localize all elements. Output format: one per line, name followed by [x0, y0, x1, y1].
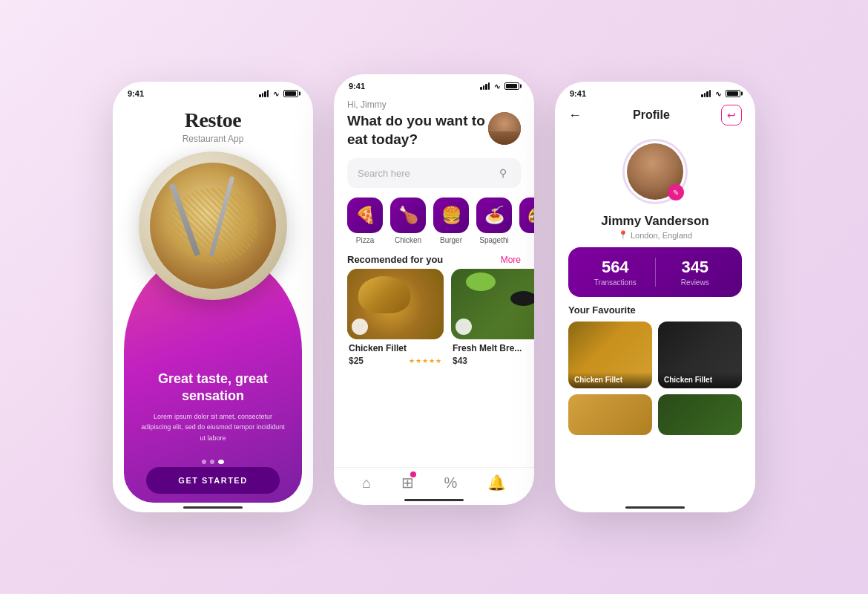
- profile-avatar-section: ✎: [555, 131, 755, 208]
- get-started-button[interactable]: GET STARTED: [146, 467, 280, 494]
- spagethi-label: Spagethi: [479, 236, 508, 244]
- cart-badge: [410, 471, 416, 477]
- phones-container: 9:41 ∿ Restoe Restaurant App: [98, 67, 770, 527]
- food-card-chicken[interactable]: ♡ Chicken Fillet $25 ★★★★★: [347, 269, 444, 366]
- signal-icon-2: [480, 82, 490, 90]
- greeting-row: What do you want to eat today?: [347, 112, 521, 148]
- fav-card-partial-1[interactable]: [568, 394, 652, 435]
- chicken-info: Chicken Fillet $25 ★★★★★: [347, 339, 444, 366]
- pizza-icon-box: 🍕: [347, 198, 383, 233]
- app-title: Restoe: [183, 108, 244, 132]
- category-spagethi[interactable]: 🍝 Spagethi: [476, 198, 512, 244]
- profile-header-bar: ← Profile ↩: [555, 101, 755, 131]
- avatar-face: [488, 112, 521, 145]
- hero-title: Great taste, great sensation: [139, 371, 287, 405]
- transactions-value: 564: [583, 258, 648, 277]
- fresh-info: Fresh Melt Bre... $43: [451, 339, 534, 366]
- fav-card-1-overlay: Chicken Fillet: [568, 372, 652, 388]
- nav-cart[interactable]: ⊞: [401, 474, 414, 492]
- edit-avatar-button[interactable]: ✎: [668, 184, 684, 200]
- food-plate: [139, 151, 287, 300]
- app-subtitle: Restaurant App: [183, 134, 244, 144]
- fresh-price-row: $43: [453, 356, 534, 366]
- reviews-label: Reviews: [663, 278, 728, 287]
- time-2: 9:41: [349, 82, 365, 91]
- nav-discount[interactable]: %: [444, 474, 457, 492]
- food-card-fresh[interactable]: ♡ Fresh Melt Bre... $43: [451, 269, 534, 366]
- page-dots: [202, 460, 224, 464]
- food-cards: ♡ Chicken Fillet $25 ★★★★★ ♡: [334, 269, 534, 366]
- hero-text: Great taste, great sensation Lorem ipsum…: [139, 371, 287, 443]
- time-3: 9:41: [570, 89, 586, 98]
- wifi-icon-2: ∿: [494, 82, 500, 91]
- more-icon-box: 🌮: [519, 198, 534, 233]
- signal-icon-3: [701, 90, 711, 97]
- dot-3: [218, 460, 224, 464]
- burger-label: Burger: [440, 236, 462, 244]
- recommended-header: Recomended for you More: [334, 248, 534, 269]
- chicken-price: $25: [349, 356, 364, 366]
- home-icon: ⌂: [362, 474, 371, 492]
- category-more[interactable]: 🌮 M: [519, 198, 534, 244]
- stat-transactions: 564 Transactions: [583, 258, 648, 287]
- phone3: 9:41 ∿ ← Profile ↩ ✎ Jimmy Van: [555, 82, 755, 512]
- category-scroll: 🍕 Pizza 🍗 Chicken 🍔 Burger 🍝 Spagethi 🌮: [334, 194, 534, 248]
- status-icons-1: ∿: [259, 90, 298, 98]
- pasta-visual: [150, 163, 276, 289]
- favourites-title: Your Favourite: [568, 304, 742, 316]
- fresh-price: $43: [453, 356, 467, 366]
- home-indicator-3: [625, 506, 685, 509]
- bell-icon: 🔔: [487, 474, 506, 492]
- nav-bell[interactable]: 🔔: [487, 474, 506, 492]
- burger-icon-box: 🍔: [433, 198, 469, 233]
- user-avatar-2[interactable]: [488, 112, 521, 145]
- category-pizza[interactable]: 🍕 Pizza: [347, 198, 383, 244]
- stat-reviews: 345 Reviews: [663, 258, 728, 287]
- hero-desc: Lorem ipsum dolor sit amet, consectetur …: [139, 411, 287, 443]
- chicken-label: Chicken: [395, 236, 421, 244]
- favourites-section: Your Favourite Chicken Fillet Chicken Fi…: [555, 304, 755, 435]
- phone2-content: Hi, Jimmy What do you want to eat today?…: [334, 94, 534, 495]
- chicken-stars: ★★★★★: [409, 357, 442, 365]
- fav-row2: [568, 394, 742, 435]
- back-button[interactable]: ←: [568, 108, 582, 123]
- phone2-header: Hi, Jimmy What do you want to eat today?: [334, 94, 534, 152]
- more-button[interactable]: More: [501, 255, 521, 265]
- bottom-nav-2: ⌂ ⊞ % 🔔: [334, 467, 534, 495]
- greeting-main: What do you want to eat today?: [347, 112, 488, 148]
- phone1-content: Restoe Restaurant App Great taste, great…: [113, 101, 313, 503]
- search-bar[interactable]: Search here ⚲: [347, 158, 521, 188]
- category-burger[interactable]: 🍔 Burger: [433, 198, 469, 244]
- location-pin-icon: 📍: [618, 230, 628, 240]
- fresh-melt-image: ♡: [451, 269, 534, 339]
- battery-icon-3: [726, 90, 740, 97]
- greeting-small: Hi, Jimmy: [347, 99, 521, 110]
- home-indicator-2: [404, 499, 464, 501]
- favourites-grid: Chicken Fillet Chicken Fillet: [568, 322, 742, 388]
- status-bar-1: 9:41 ∿: [113, 82, 313, 101]
- status-bar-3: 9:41 ∿: [555, 82, 755, 101]
- category-chicken[interactable]: 🍗 Chicken: [390, 198, 426, 244]
- logout-button[interactable]: ↩: [721, 105, 742, 125]
- battery-icon-1: [283, 90, 298, 97]
- fav-card-2[interactable]: Chicken Fillet: [658, 322, 742, 388]
- stat-divider: [655, 258, 656, 287]
- fav-card-1-name: Chicken Fillet: [574, 376, 646, 384]
- signal-icon-1: [259, 90, 269, 97]
- nav-home[interactable]: ⌂: [362, 474, 371, 492]
- fav-card-2-overlay: Chicken Fillet: [658, 372, 742, 388]
- fav-card-1[interactable]: Chicken Fillet: [568, 322, 652, 388]
- wifi-icon-1: ∿: [273, 90, 279, 98]
- fav-card-partial-2[interactable]: [658, 394, 742, 435]
- profile-location: 📍 London, England: [555, 230, 755, 240]
- dot-1: [202, 460, 206, 464]
- search-placeholder: Search here: [358, 168, 410, 179]
- fresh-name: Fresh Melt Bre...: [453, 343, 534, 353]
- phone2: 9:41 ∿ Hi, Jimmy What do you want to eat…: [334, 74, 534, 505]
- status-bar-2: 9:41 ∿: [334, 74, 534, 94]
- wifi-icon-3: ∿: [715, 90, 721, 98]
- status-icons-2: ∿: [480, 82, 519, 91]
- search-icon: ⚲: [496, 166, 510, 180]
- profile-title: Profile: [633, 108, 670, 122]
- chicken-price-row: $25 ★★★★★: [349, 356, 442, 366]
